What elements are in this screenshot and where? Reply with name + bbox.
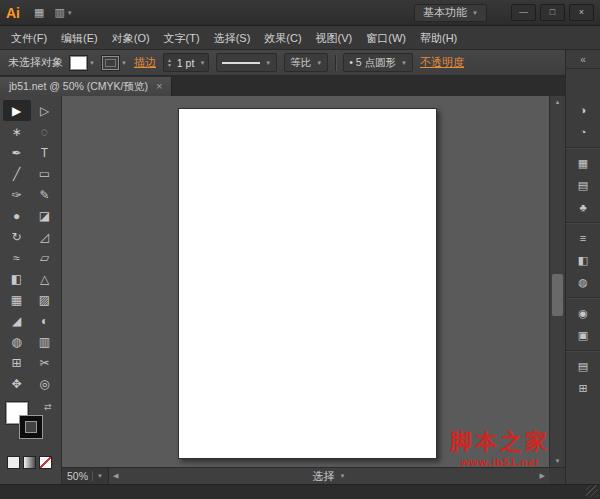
symbol-sprayer-tool[interactable]: ◍ — [3, 331, 31, 352]
pen-tool[interactable]: ✒ — [3, 142, 31, 163]
vertical-scroll-thumb[interactable] — [552, 274, 563, 316]
gradient-button[interactable] — [23, 456, 36, 469]
horizontal-scrollbar[interactable]: ◀ 选择 ▼ ▶ — [109, 468, 549, 484]
menu-item-3[interactable]: 对象(O) — [105, 26, 157, 50]
stroke-panel-link[interactable]: 描边 — [134, 55, 156, 70]
hand-tool[interactable]: ✥ — [3, 373, 31, 394]
brush-definition-dropdown[interactable]: • 5 点圆形 ▼ — [343, 53, 413, 72]
color-guide-panel-icon[interactable]: ◔ — [570, 122, 596, 142]
scroll-up-icon[interactable]: ▲ — [550, 96, 565, 108]
pencil-tool[interactable]: ✎ — [31, 184, 59, 205]
none-button[interactable] — [39, 456, 52, 469]
color-button[interactable] — [7, 456, 20, 469]
menu-item-6[interactable]: 效果(C) — [257, 26, 308, 50]
blend-tool[interactable]: ◐ — [31, 310, 59, 331]
watermark-title: 脚本之家 — [450, 430, 549, 454]
scroll-left-icon[interactable]: ◀ — [113, 472, 118, 480]
scroll-right-icon[interactable]: ▶ — [540, 472, 545, 480]
graphic-styles-panel-icon[interactable]: ▣ — [570, 325, 596, 345]
paintbrush-tool[interactable]: ✑ — [3, 184, 31, 205]
document-tab[interactable]: jb51.net @ 50% (CMYK/预览) × — [0, 77, 172, 96]
artboard[interactable] — [178, 108, 437, 459]
type-tool[interactable]: T — [31, 142, 59, 163]
selection-tool[interactable]: ▶ — [3, 100, 31, 121]
artboards-panel-icon[interactable]: ⊞ — [570, 378, 596, 398]
chevron-down-icon: ▼ — [97, 473, 103, 479]
menu-item-5[interactable]: 选择(S) — [207, 26, 258, 50]
menubar: 文件(F)编辑(E)对象(O)文字(T)选择(S)效果(C)视图(V)窗口(W)… — [0, 26, 600, 50]
menu-item-2[interactable]: 编辑(E) — [54, 26, 105, 50]
watermark-url: www.jb51.net — [450, 456, 549, 467]
eyedropper-tool[interactable]: ◢ — [3, 310, 31, 331]
scroll-down-icon[interactable]: ▼ — [550, 455, 565, 467]
column-graph-tool[interactable]: ▥ — [31, 331, 59, 352]
swap-fill-stroke-icon[interactable]: ⇄ — [44, 402, 52, 412]
stroke-color-swatch — [102, 56, 119, 70]
menu-item-8[interactable]: 窗口(W) — [359, 26, 413, 50]
zoom-tool[interactable]: ◎ — [31, 373, 59, 394]
stroke-color-control[interactable]: ▼ — [102, 56, 127, 70]
canvas[interactable]: 脚本之家 www.jb51.net — [62, 96, 549, 467]
illustrator-window: Ai ▦ ▥ ▼ 基本功能 ▼ — □ × 文件(F)编辑(E)对象(O)文字(… — [0, 0, 600, 499]
close-button[interactable]: × — [569, 4, 594, 21]
artboard-tool[interactable]: ⊞ — [3, 352, 31, 373]
brush-definition-label: • 5 点圆形 — [349, 56, 396, 70]
width-profile-dropdown[interactable]: 等比 ▼ — [284, 53, 328, 72]
opacity-link[interactable]: 不透明度 — [420, 55, 464, 70]
swatches-panel-icon[interactable]: ▦ — [570, 153, 596, 173]
paint-mode-buttons — [7, 456, 61, 469]
maximize-button[interactable]: □ — [540, 4, 565, 21]
scale-tool[interactable]: ◿ — [31, 226, 59, 247]
arrange-documents-icon[interactable]: ▥ ▼ — [54, 6, 72, 19]
dock-collapse-button[interactable]: « — [566, 50, 600, 69]
zoom-dropdown[interactable]: 50% ▼ — [62, 468, 109, 484]
resize-grip[interactable] — [586, 485, 598, 497]
fill-color-swatch — [70, 56, 87, 70]
direct-selection-tool[interactable]: ▷ — [31, 100, 59, 121]
menu-item-1[interactable]: 文件(F) — [4, 26, 54, 50]
width-tool[interactable]: ≈ — [3, 247, 31, 268]
minimize-button[interactable]: — — [511, 4, 536, 21]
watermark: 脚本之家 www.jb51.net — [450, 430, 549, 467]
divider — [92, 471, 93, 481]
bridge-icon[interactable]: ▦ — [34, 6, 44, 19]
stroke-style-dropdown[interactable]: ▼ — [216, 53, 277, 72]
stepper-spin-icons[interactable]: ▲ ▼ — [167, 58, 172, 68]
dock-group: ◉▣ — [566, 298, 600, 351]
workspace-switcher[interactable]: 基本功能 ▼ — [414, 4, 487, 22]
free-transform-tool[interactable]: ▱ — [31, 247, 59, 268]
symbols-panel-icon[interactable]: ♣ — [570, 197, 596, 217]
brushes-panel-icon[interactable]: ▤ — [570, 175, 596, 195]
menu-item-7[interactable]: 视图(V) — [309, 26, 360, 50]
perspective-grid-tool[interactable]: △ — [31, 268, 59, 289]
stroke-panel-icon[interactable]: ≡ — [570, 228, 596, 248]
stroke-swatch[interactable] — [20, 416, 42, 438]
tab-close-icon[interactable]: × — [156, 81, 162, 92]
shape-builder-tool[interactable]: ◧ — [3, 268, 31, 289]
fill-color-control[interactable]: ▼ — [70, 56, 95, 70]
selection-status: 未选择对象 — [8, 55, 63, 70]
menu-item-9[interactable]: 帮助(H) — [413, 26, 464, 50]
lasso-tool[interactable]: ◌ — [31, 121, 59, 142]
rotate-tool[interactable]: ↻ — [3, 226, 31, 247]
mesh-tool[interactable]: ▦ — [3, 289, 31, 310]
rectangle-tool[interactable]: ▭ — [31, 163, 59, 184]
magic-wand-tool[interactable]: ∗ — [3, 121, 31, 142]
spin-down-icon[interactable]: ▼ — [167, 63, 172, 68]
gradient-tool[interactable]: ▨ — [31, 289, 59, 310]
status-display[interactable]: 选择 — [313, 469, 335, 484]
eraser-tool[interactable]: ◪ — [31, 205, 59, 226]
line-segment-tool[interactable]: ╱ — [3, 163, 31, 184]
gradient-panel-icon[interactable]: ◧ — [570, 250, 596, 270]
slice-tool[interactable]: ✂ — [31, 352, 59, 373]
menu-item-4[interactable]: 文字(T) — [157, 26, 207, 50]
blob-brush-tool[interactable]: ● — [3, 205, 31, 226]
chevron-down-icon: ▼ — [316, 60, 322, 66]
vertical-scrollbar[interactable]: ▲ ▼ — [549, 96, 565, 467]
stroke-width-stepper[interactable]: ▲ ▼ 1 pt ▼ — [163, 53, 209, 72]
transparency-panel-icon[interactable]: ◍ — [570, 272, 596, 292]
appearance-panel-icon[interactable]: ◉ — [570, 303, 596, 323]
color-panel-icon[interactable]: ◑ — [570, 100, 596, 120]
layers-panel-icon[interactable]: ▤ — [570, 356, 596, 376]
chevron-down-icon: ▼ — [340, 473, 346, 479]
